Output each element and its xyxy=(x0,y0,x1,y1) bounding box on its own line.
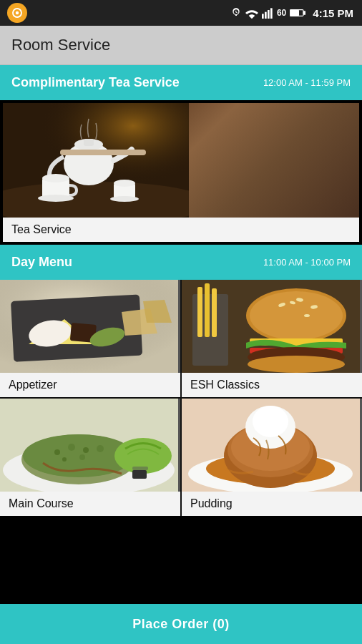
section-time-day: 11:00 AM - 10:00 PM xyxy=(263,257,351,268)
svg-rect-8 xyxy=(290,10,299,15)
svg-point-16 xyxy=(42,174,69,182)
svg-rect-57 xyxy=(132,470,147,479)
svg-rect-32 xyxy=(197,287,202,337)
svg-rect-58 xyxy=(132,467,148,470)
status-icons: 60 xyxy=(230,7,305,19)
svg-point-36 xyxy=(250,291,343,340)
svg-point-52 xyxy=(83,447,89,453)
menu-item-appetizer[interactable]: Appetizer xyxy=(0,280,180,397)
esh-classics-image xyxy=(182,280,362,373)
pudding-label: Pudding xyxy=(182,492,362,516)
section-time-tea: 12:00 AM - 11:59 PM xyxy=(263,77,351,88)
wifi-icon xyxy=(245,7,258,19)
place-order-button[interactable]: Place Order (0) xyxy=(0,604,362,644)
svg-point-20 xyxy=(110,196,139,202)
svg-point-55 xyxy=(79,454,85,460)
alarm-icon xyxy=(230,7,242,19)
tea-service-label: Tea Service xyxy=(3,218,359,242)
status-bar: 60 4:15 PM xyxy=(0,0,362,26)
section-title-day: Day Menu xyxy=(11,255,72,270)
svg-point-67 xyxy=(260,407,281,427)
svg-rect-7 xyxy=(303,11,305,14)
app-header: Room Service xyxy=(0,26,362,65)
main-course-image xyxy=(0,399,180,492)
section-title-tea: Complimentary Tea Service xyxy=(11,75,180,90)
section-header-tea: Complimentary Tea Service 12:00 AM - 11:… xyxy=(0,65,362,100)
tea-visual xyxy=(3,103,189,218)
main-course-label: Main Course xyxy=(0,492,180,516)
svg-point-17 xyxy=(38,195,74,202)
tea-service-image xyxy=(3,103,359,218)
svg-point-11 xyxy=(3,182,189,218)
svg-point-53 xyxy=(97,445,104,452)
svg-rect-4 xyxy=(268,10,270,19)
appetizer-visual xyxy=(0,280,178,373)
menu-item-esh-classics[interactable]: ESH Classics xyxy=(182,280,362,397)
svg-rect-34 xyxy=(212,288,217,337)
place-order-label: Place Order (0) xyxy=(132,617,230,632)
esh-classics-label: ESH Classics xyxy=(182,373,362,397)
svg-point-54 xyxy=(62,457,67,462)
page-title: Room Service xyxy=(11,36,351,54)
battery-indicator: 60 xyxy=(277,8,286,18)
maincourse-visual xyxy=(0,399,178,492)
svg-point-51 xyxy=(68,444,75,451)
day-menu-grid: Appetizer xyxy=(0,280,362,516)
svg-rect-33 xyxy=(205,283,210,337)
signal-icon xyxy=(262,7,273,19)
battery-icon xyxy=(290,9,305,17)
appetizer-image xyxy=(0,280,180,373)
status-time: 4:15 PM xyxy=(313,7,353,19)
svg-point-41 xyxy=(304,314,310,317)
pudding-image xyxy=(182,399,362,492)
svg-rect-5 xyxy=(270,8,273,19)
svg-point-1 xyxy=(16,11,19,15)
pudding-visual xyxy=(182,399,360,492)
content-area: Complimentary Tea Service 12:00 AM - 11:… xyxy=(0,65,362,608)
section-header-day: Day Menu 11:00 AM - 10:00 PM xyxy=(0,245,362,280)
svg-rect-14 xyxy=(84,139,94,146)
svg-rect-3 xyxy=(265,12,267,19)
appetizer-label: Appetizer xyxy=(0,373,180,397)
svg-point-19 xyxy=(114,180,135,187)
menu-item-pudding[interactable]: Pudding xyxy=(182,399,362,516)
menu-item-tea-service[interactable]: Tea Service xyxy=(3,103,359,242)
app-logo xyxy=(7,3,27,23)
burger-visual xyxy=(182,280,360,373)
svg-point-45 xyxy=(248,356,345,373)
svg-point-50 xyxy=(54,449,60,455)
svg-rect-2 xyxy=(262,14,264,19)
menu-item-main-course[interactable]: Main Course xyxy=(0,399,180,516)
